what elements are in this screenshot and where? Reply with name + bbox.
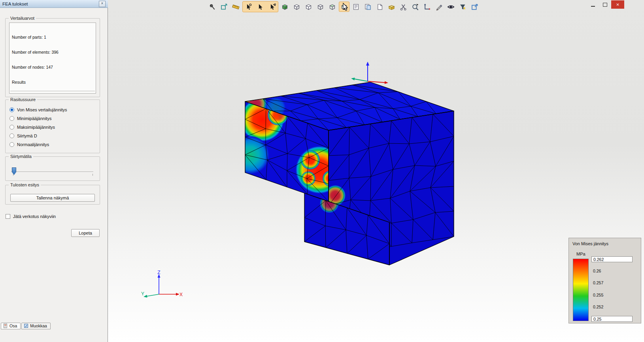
tab-muokkaa[interactable]: Muokkaa xyxy=(21,323,51,329)
radio-min-principal[interactable]: Minimipääjännitys xyxy=(9,116,51,121)
cube-wire-3-icon[interactable] xyxy=(315,2,326,12)
cut-icon[interactable] xyxy=(398,2,409,12)
group-label: Siirtymätila xyxy=(9,154,33,159)
slider-tick xyxy=(13,174,13,176)
legend-title: Von Mises jännitys xyxy=(572,241,608,246)
page-icon[interactable] xyxy=(374,2,385,12)
tab-osa[interactable]: Osa xyxy=(1,323,21,329)
radio-button[interactable] xyxy=(9,142,14,147)
orbit-icon[interactable] xyxy=(219,2,229,12)
maximize-button[interactable] xyxy=(599,0,611,9)
mouse-cursor-icon xyxy=(343,3,349,11)
legend-unit: MPa xyxy=(576,252,585,256)
legend-values: 0.262 0.26 0.257 0.255 0.252 0.25 xyxy=(591,256,636,322)
zoom-select-icon[interactable] xyxy=(410,2,421,12)
cube-wire-1-icon[interactable] xyxy=(291,2,302,12)
filter-icon[interactable] xyxy=(457,2,468,12)
legend-value: 0.255 xyxy=(591,292,636,298)
close-button[interactable]: × xyxy=(611,0,624,9)
drawer-icon[interactable] xyxy=(386,2,397,12)
pencil-icon[interactable] xyxy=(434,2,444,12)
radio-label: Normaalijännitys xyxy=(17,142,49,147)
edit-icon xyxy=(24,323,28,328)
results-summary-text: Number of parts: 1 Number of elements: 3… xyxy=(9,23,96,94)
group-label: Vertailuarvot xyxy=(9,16,36,21)
displacement-slider-thumb[interactable] xyxy=(12,167,16,175)
radio-label: Von Mises vertailujännitys xyxy=(17,107,67,112)
panel-close-icon[interactable]: × xyxy=(99,1,106,7)
panel-title: FEA tulokset xyxy=(2,2,28,6)
fea-results-panel: FEA tulokset × Vertailuarvot Number of p… xyxy=(0,0,108,342)
radio-normal-stress[interactable]: Normaalijännitys xyxy=(9,142,49,147)
bottom-tabs: Osa Muokkaa xyxy=(1,323,51,329)
group-stress-quantity: Rasitussuure Von Mises vertailujännitys … xyxy=(5,100,100,153)
legend-value: 0.257 xyxy=(591,280,636,286)
radio-button[interactable] xyxy=(9,116,14,121)
keep-mesh-checkbox[interactable] xyxy=(6,214,10,219)
radio-von-mises[interactable]: Von Mises vertailujännitys xyxy=(9,107,67,113)
fea-mesh-model[interactable] xyxy=(231,82,454,265)
slider-tick xyxy=(93,174,93,176)
separator xyxy=(10,91,95,91)
application-window: FEA tulokset × Vertailuarvot Number of p… xyxy=(0,0,644,342)
radio-button[interactable] xyxy=(9,125,14,130)
pin-icon[interactable] xyxy=(207,2,217,12)
radio-label: Siirtymä D xyxy=(17,133,37,138)
group-label: Tulosten esitys xyxy=(9,182,41,187)
stress-legend: Von Mises jännitys MPa 0.262 0.26 0.257 … xyxy=(568,238,641,323)
group-result-presentation: Tulosten esitys Tallenna näkymä xyxy=(5,185,100,205)
radio-button[interactable] xyxy=(9,107,14,112)
world-axis-triad: ZXY xyxy=(141,270,183,297)
stat-line: Number of parts: 1 xyxy=(12,35,93,40)
radio-displacement[interactable]: Siirtymä D xyxy=(9,133,37,139)
stat-line: Results xyxy=(12,80,93,85)
radio-label: Maksimipääjännitys xyxy=(17,125,55,130)
group-comparison-values: Vertailuarvot Number of parts: 1 Number … xyxy=(5,18,100,97)
fea-model-canvas[interactable]: ZXY xyxy=(108,0,644,342)
snap-node-icon[interactable] xyxy=(243,2,254,12)
report-icon[interactable] xyxy=(351,2,361,12)
select-arrow-icon[interactable] xyxy=(255,2,266,12)
displacement-slider-track[interactable] xyxy=(11,171,93,173)
axis-label-y: Y xyxy=(141,291,144,297)
tab-label: Muokkaa xyxy=(30,323,47,328)
minimize-button[interactable] xyxy=(587,0,599,9)
legend-value: 0.26 xyxy=(591,268,636,274)
window-controls: × xyxy=(587,0,624,9)
axis-label-x: X xyxy=(179,292,183,297)
stat-line: Number of elements: 396 xyxy=(12,50,93,55)
cube-solid-icon[interactable] xyxy=(280,2,290,12)
radio-button[interactable] xyxy=(9,133,14,138)
radio-label: Minimipääjännitys xyxy=(17,116,51,121)
radio-max-principal[interactable]: Maksimipääjännitys xyxy=(9,124,55,130)
axes-icon[interactable] xyxy=(422,2,432,12)
save-view-button[interactable]: Tallenna näkymä xyxy=(10,194,95,202)
keep-mesh-visible-row[interactable]: Jätä verkotus näkyviin xyxy=(6,214,56,219)
external-view-icon[interactable] xyxy=(469,2,480,12)
legend-min-input[interactable]: 0.25 xyxy=(591,316,633,322)
checkbox-label: Jätä verkotus näkyviin xyxy=(13,214,56,219)
3d-viewport[interactable]: ZXY xyxy=(108,0,644,342)
selection-mode-group xyxy=(242,1,278,12)
cube-wire-2-icon[interactable] xyxy=(303,2,314,12)
group-displacement-state: Siirtymätila xyxy=(5,156,100,181)
legend-color-bar xyxy=(573,259,589,321)
ruler-icon[interactable] xyxy=(230,2,241,12)
axis-label-z: Z xyxy=(157,270,160,275)
legend-value: 0.252 xyxy=(591,304,636,310)
snap-tangent-icon[interactable] xyxy=(267,2,278,12)
tab-label: Osa xyxy=(9,323,17,328)
model-axis-triad xyxy=(351,62,388,84)
stat-line: Number of nodes: 147 xyxy=(12,65,93,70)
panel-titlebar[interactable]: FEA tulokset × xyxy=(0,0,108,8)
part-icon xyxy=(3,323,8,328)
quit-button[interactable]: Lopeta xyxy=(71,229,100,237)
legend-max-input[interactable]: 0.262 xyxy=(591,256,633,262)
group-label: Rasitussuure xyxy=(9,97,37,102)
visibility-icon[interactable] xyxy=(446,2,456,12)
document-copy-icon[interactable] xyxy=(363,2,373,12)
cube-shaded-icon[interactable] xyxy=(327,2,338,12)
